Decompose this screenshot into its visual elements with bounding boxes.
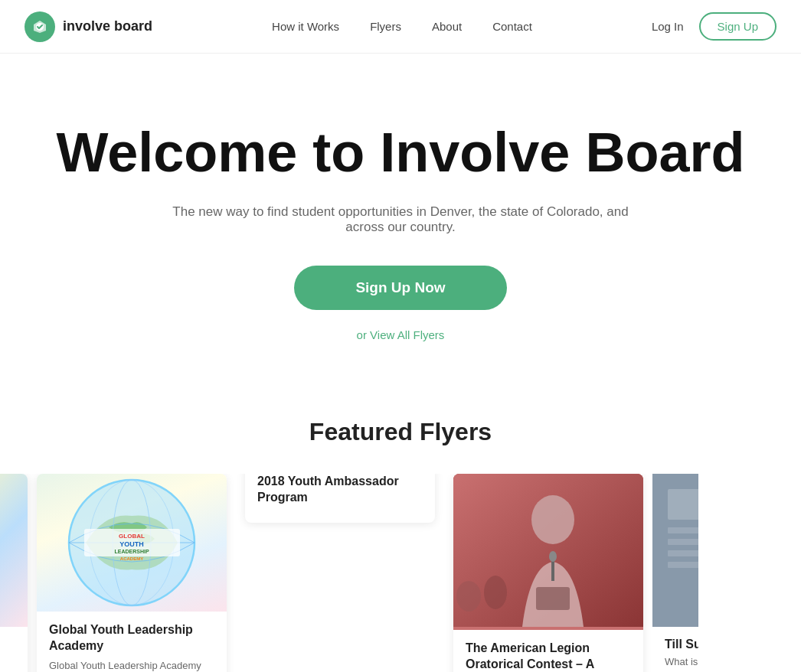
featured-section: Featured Flyers Global Youth [0,387,801,672]
flyer-aloc-body: The American Legion Oratorical Contest –… [453,630,643,672]
svg-text:GLOBAL: GLOBAL [119,533,145,540]
svg-text:ACADEMY: ACADEMY [120,556,143,561]
svg-text:LEADERSHIP: LEADERSHIP [114,549,149,554]
hero-section: Welcome to Involve Board The new way to … [0,54,801,387]
flyer-aloc-name: The American Legion Oratorical Contest –… [466,641,631,672]
svg-rect-23 [536,587,570,610]
svg-rect-29 [668,489,698,520]
flyer-card-aloc[interactable]: The American Legion Oratorical Contest –… [453,474,643,672]
svg-rect-33 [668,562,698,568]
flyer-aloc-image [453,474,643,630]
svg-point-27 [484,576,507,609]
signup-button[interactable]: Sign Up [699,12,776,41]
svg-point-26 [456,581,481,612]
flyer-yap-body: 2018 Youth Ambassador Program [245,474,435,523]
hero-title: Welcome to Involve Board [15,122,786,183]
navbar: involve board How it Works Flyers About … [0,0,801,54]
flyer-gyla-image: GLOBAL YOUTH LEADERSHIP ACADEMY [37,474,227,612]
nav-links: How it Works Flyers About Contact [272,20,532,34]
login-link[interactable]: Log In [652,20,684,33]
hero-cta-button[interactable]: Sign Up Now [294,266,506,310]
logo-text: involve board [63,18,152,34]
view-flyers-link[interactable]: or View All Flyers [15,328,786,341]
nav-flyers[interactable]: Flyers [370,20,401,33]
hero-subtitle: The new way to find student opportunitie… [171,204,630,235]
nav-about[interactable]: About [432,20,462,33]
flyer-card-partial-left: Global Youth Leadership Academy [0,474,28,672]
featured-title: Featured Flyers [0,418,801,446]
nav-contact[interactable]: Contact [492,20,532,33]
logo-link[interactable]: involve board [25,11,152,42]
svg-point-22 [531,495,574,544]
flyer-card-gyla[interactable]: GLOBAL YOUTH LEADERSHIP ACADEMY Global Y… [37,474,227,672]
flyer-gyla-desc: Global Youth Leadership Academy [49,659,214,672]
nav-right: Log In Sign Up [652,12,776,41]
flyer-card-partial-right: Till Su What is S… work on a… [652,474,698,672]
svg-text:YOUTH: YOUTH [119,540,144,548]
svg-rect-30 [668,527,698,533]
svg-point-25 [549,551,557,562]
flyer-gyla-body: Global Youth Leadership Academy Global Y… [37,612,227,672]
nav-how-it-works[interactable]: How it Works [272,20,339,33]
svg-rect-31 [668,539,698,545]
flyer-yap-name: 2018 Youth Ambassador Program [257,474,423,506]
flyer-gyla-name: Global Youth Leadership Academy [49,622,214,654]
svg-rect-32 [668,550,698,556]
flyer-card-yap[interactable]: YOUTH AMBASSADORWHAT IS THE YOUTH AMBASS… [245,474,435,523]
logo-icon [25,11,55,42]
